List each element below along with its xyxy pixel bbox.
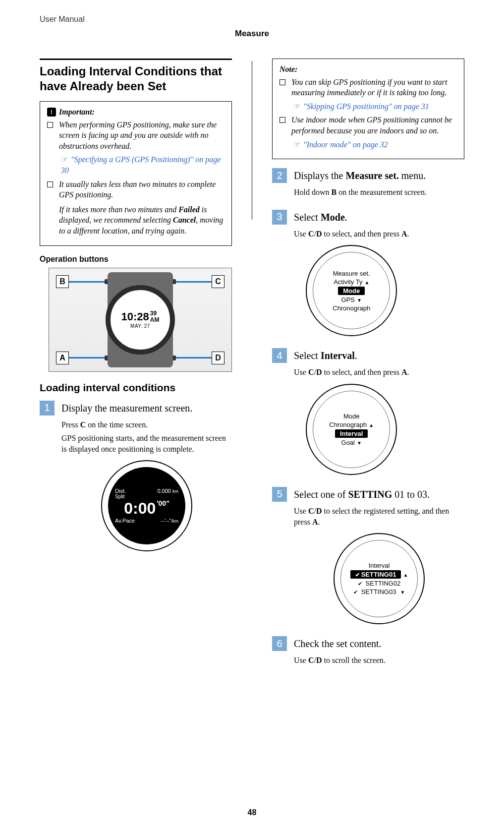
- step-6-title: Check the set content.: [294, 637, 386, 650]
- section-header: Measure: [40, 29, 464, 39]
- watch-date: MAY. 27: [130, 323, 150, 329]
- important-label: Important:: [59, 107, 95, 118]
- step-number-4: 4: [272, 348, 287, 363]
- step-2: 2 Displays the Measure set. menu. Hold d…: [272, 168, 464, 201]
- note-item-1: You can skip GPS positioning if you want…: [291, 77, 457, 98]
- operation-buttons-figure: B C A D 10:28 39AM MAY. 27: [49, 268, 232, 372]
- step-3: 3 Select Mode. Use C/D to select, and th…: [272, 210, 464, 340]
- button-label-a: A: [56, 352, 69, 364]
- important-item-1: When performing GPS positioning, make su…: [59, 119, 224, 152]
- step-number-5: 5: [272, 487, 287, 502]
- hand-pointer-icon: ☞: [293, 101, 300, 112]
- page-title: Loading Interval Conditions that have Al…: [40, 59, 232, 94]
- important-item-2: It usually takes less than two minutes t…: [59, 180, 216, 199]
- bullet-icon: [280, 79, 285, 85]
- step-number-6: 6: [272, 636, 287, 651]
- button-label-b: B: [56, 275, 69, 288]
- hand-pointer-icon: ☞: [61, 154, 68, 165]
- step-1-title: Display the measurement screen.: [61, 402, 232, 415]
- step-1-p2: GPS positioning starts, and the measurem…: [61, 433, 232, 454]
- note-callout: Note: You can skip GPS positioning if yo…: [272, 59, 464, 159]
- operation-buttons-heading: Operation buttons: [40, 255, 232, 264]
- important-icon: !: [47, 108, 56, 117]
- step-5: 5 Select one of SETTING 01 to 03. Use C/…: [272, 487, 464, 627]
- step-5-figure: Interval SETTING01 SETTING02 SETTING03: [334, 533, 425, 624]
- step-3-figure: Measure set. Activity Ty Mode GPS Chrono…: [306, 245, 397, 336]
- important-callout: ! Important: When performing GPS positio…: [40, 101, 232, 246]
- measurement-screen-figure: Dist.0.000 km Split 0:00'00" Av.Pace--'-…: [101, 460, 192, 551]
- step-2-title: Displays the Measure set. menu.: [294, 169, 427, 182]
- link-gps-spec[interactable]: ☞"Specifying a GPS (GPS Positioning)" on…: [61, 154, 224, 176]
- step-number-3: 3: [272, 210, 287, 225]
- step-1: 1 Display the measurement screen. Press …: [40, 401, 232, 555]
- step-5-title: Select one of SETTING 01 to 03.: [294, 488, 464, 501]
- bullet-icon: [47, 122, 53, 128]
- note-item-2: Use indoor mode when GPS positioning can…: [291, 115, 457, 136]
- button-label-d: D: [212, 352, 224, 364]
- bullet-icon: [280, 117, 285, 123]
- step-4-p: Use C/D to select, and then press A.: [294, 367, 409, 378]
- link-indoor-mode[interactable]: ☞"Indoor mode" on page 32: [293, 139, 457, 150]
- watch-time: 10:28: [121, 310, 149, 323]
- subsection-heading: Loading interval conditions: [40, 382, 232, 394]
- step-6: 6 Check the set content. Use C/D to scro…: [272, 636, 464, 669]
- step-4-figure: Mode Chronograph Interval Goal: [306, 384, 397, 475]
- step-number-2: 2: [272, 168, 287, 183]
- hand-pointer-icon: ☞: [293, 139, 300, 150]
- column-divider: [252, 61, 252, 220]
- note-label: Note:: [280, 64, 297, 75]
- important-followup: If it takes more than two minutes and Fa…: [59, 204, 224, 237]
- page-number: 48: [0, 808, 504, 817]
- step-4-title: Select Interval.: [294, 349, 409, 362]
- link-skip-gps[interactable]: ☞"Skipping GPS positioning" on page 31: [293, 101, 457, 112]
- step-1-p1: Press C on the time screen.: [61, 419, 232, 430]
- button-label-c: C: [212, 275, 224, 288]
- step-3-p: Use C/D to select, and then press A.: [294, 229, 409, 239]
- step-5-p: Use C/D to select the registered setting…: [294, 506, 464, 527]
- step-number-1: 1: [40, 401, 55, 416]
- step-2-p: Hold down B on the measurement screen.: [294, 187, 427, 198]
- step-6-p: Use C/D to scroll the screen.: [294, 655, 386, 666]
- step-3-title: Select Mode.: [294, 211, 409, 224]
- bullet-icon: [47, 181, 53, 187]
- step-4: 4 Select Interval. Use C/D to select, an…: [272, 348, 464, 478]
- document-header: User Manual: [40, 15, 464, 24]
